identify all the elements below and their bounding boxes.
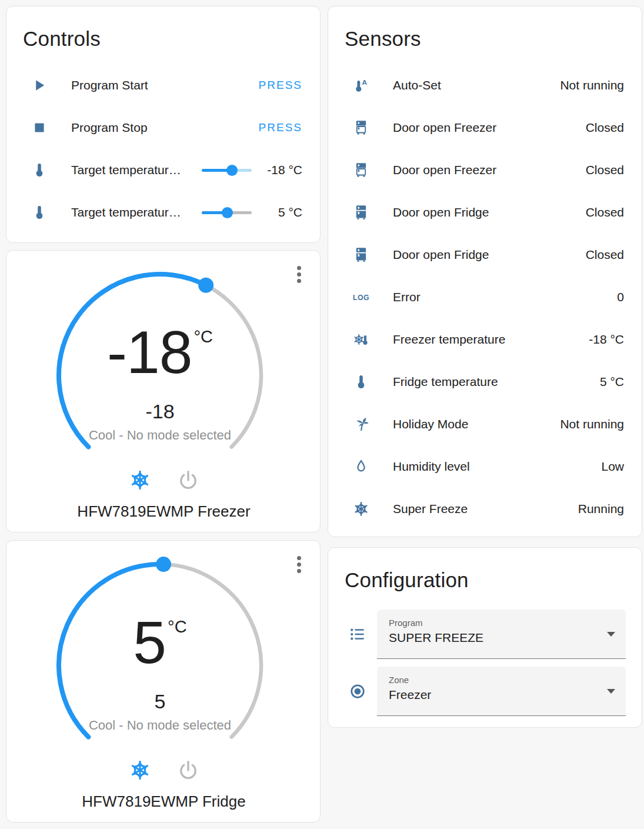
select-value: SUPER FREEZE (389, 631, 598, 645)
thermostat-card-fridge: 5°C 5 Cool - No mode selected HFW7819EWM… (6, 540, 321, 823)
sensor-value: 5 °C (600, 375, 624, 389)
hvac-mode-buttons (6, 757, 321, 783)
sensor-row[interactable]: Fridge temperature 5 °C (328, 361, 642, 403)
sensor-label: Super Freeze (393, 502, 578, 516)
sensor-value: Closed (586, 121, 624, 135)
thermometer-icon (31, 162, 48, 178)
power-icon (177, 759, 199, 781)
sensor-label: Humidity level (393, 460, 601, 474)
control-value: 5 °C (263, 205, 302, 219)
log-icon: LOG (353, 289, 369, 305)
fridge-top-icon (353, 162, 369, 178)
list-icon (349, 625, 366, 643)
sensor-label: Door open Freezer (393, 163, 586, 177)
control-row[interactable]: Program Start PRESS (6, 64, 320, 106)
sensor-row[interactable]: Door open Fridge Closed (328, 191, 642, 234)
control-row[interactable]: Program Stop PRESS (6, 106, 320, 149)
fridge-top-icon (353, 119, 369, 136)
sensors-title: Sensors (328, 6, 642, 51)
hvac-mode-buttons (6, 467, 321, 493)
snowflake-icon (353, 501, 369, 517)
select-field[interactable]: Program SUPER FREEZE (377, 610, 626, 659)
stop-icon (31, 119, 48, 136)
sensor-row[interactable]: Freezer temperature -18 °C (328, 318, 642, 361)
snowflake-icon (129, 469, 151, 491)
controls-title: Controls (6, 6, 320, 51)
thermostat-name: HFW7819EWMP Freezer (6, 502, 321, 521)
sensor-label: Fridge temperature (393, 375, 600, 389)
control-value: -18 °C (263, 163, 302, 177)
cool-mode-button[interactable] (127, 757, 153, 783)
sensor-label: Door open Fridge (393, 205, 586, 219)
sensor-value: Not running (560, 78, 624, 92)
power-icon (177, 469, 199, 491)
temperature-dial[interactable] (6, 541, 321, 753)
sensor-value: Closed (586, 163, 624, 177)
radiobox-icon (349, 682, 366, 700)
chevron-down-icon (607, 689, 615, 694)
thermometer-icon (353, 374, 369, 390)
fridge-bottom-icon (353, 204, 369, 221)
sensor-row[interactable]: Humidity level Low (328, 445, 642, 488)
sensor-row[interactable]: LOG Error 0 (328, 276, 642, 318)
sensors-card: Sensors A Auto-Set Not running Door open… (328, 6, 642, 537)
select-label: Zone (389, 675, 598, 685)
sensor-label: Freezer temperature (393, 332, 589, 347)
sensor-row[interactable]: Super Freeze Running (328, 488, 642, 530)
configuration-card: Configuration Program SUPER FREEZE Zone … (328, 547, 642, 728)
controls-rows: Program Start PRESS Program Stop PRESS T… (6, 64, 320, 234)
sensor-row[interactable]: Door open Fridge Closed (328, 234, 642, 276)
controls-card: Controls Program Start PRESS Program Sto… (6, 6, 321, 243)
control-label: Program Stop (71, 121, 259, 135)
temperature-slider[interactable] (202, 207, 252, 218)
sensor-label: Holiday Mode (393, 417, 560, 431)
temperature-slider[interactable] (202, 164, 252, 176)
palm-tree-icon (353, 416, 369, 432)
temperature-dial[interactable] (6, 251, 321, 462)
sensor-row[interactable]: A Auto-Set Not running (328, 64, 642, 106)
control-label: Program Start (71, 78, 259, 92)
press-button[interactable]: PRESS (259, 121, 302, 134)
dashboard: Controls Program Start PRESS Program Sto… (0, 0, 644, 829)
select-label: Program (389, 618, 598, 628)
chevron-down-icon (607, 632, 615, 637)
slider-knob[interactable] (222, 207, 233, 218)
slider-knob[interactable] (226, 165, 238, 176)
select-value: Freezer (389, 688, 598, 702)
svg-text:A: A (362, 78, 367, 86)
snowflake-icon (129, 759, 151, 781)
sensor-row[interactable]: Holiday Mode Not running (328, 403, 642, 445)
sensor-label: Auto-Set (393, 78, 560, 92)
sensor-label: Door open Freezer (393, 121, 586, 135)
control-label: Target temperatur… (71, 163, 202, 177)
sensors-rows: A Auto-Set Not running Door open Freezer… (328, 64, 642, 530)
thermostat-card-freezer: -18°C -18 Cool - No mode selected HFW781… (6, 250, 321, 532)
sensor-label: Door open Fridge (393, 248, 586, 262)
select-field[interactable]: Zone Freezer (377, 667, 626, 716)
thermometer-icon (31, 204, 48, 221)
configuration-title: Configuration (328, 548, 642, 592)
sensor-value: Low (601, 460, 624, 474)
sensor-label: Error (393, 290, 617, 304)
control-label: Target temperatur… (71, 205, 202, 219)
press-button[interactable]: PRESS (259, 79, 302, 92)
sensor-value: 0 (617, 290, 624, 304)
power-off-button[interactable] (175, 467, 201, 493)
cool-mode-button[interactable] (127, 467, 153, 493)
fridge-bottom-icon (353, 247, 369, 263)
sensor-row[interactable]: Door open Freezer Closed (328, 149, 642, 191)
svg-text:LOG: LOG (353, 294, 369, 302)
thermostat-name: HFW7819EWMP Fridge (6, 793, 321, 811)
sensor-row[interactable]: Door open Freezer Closed (328, 106, 642, 149)
power-off-button[interactable] (175, 757, 201, 783)
sensor-value: Not running (560, 417, 624, 431)
control-row[interactable]: Target temperatur… 5 °C (6, 191, 320, 234)
thermometer-auto-icon: A (353, 77, 369, 94)
water-drop-icon (353, 458, 369, 475)
play-icon (31, 77, 48, 94)
configuration-row: Program SUPER FREEZE (349, 610, 626, 659)
sensor-value: Closed (586, 205, 624, 219)
configuration-row: Zone Freezer (349, 667, 626, 716)
control-row[interactable]: Target temperatur… -18 °C (6, 149, 320, 191)
snowflake-thermometer-icon (353, 331, 369, 348)
